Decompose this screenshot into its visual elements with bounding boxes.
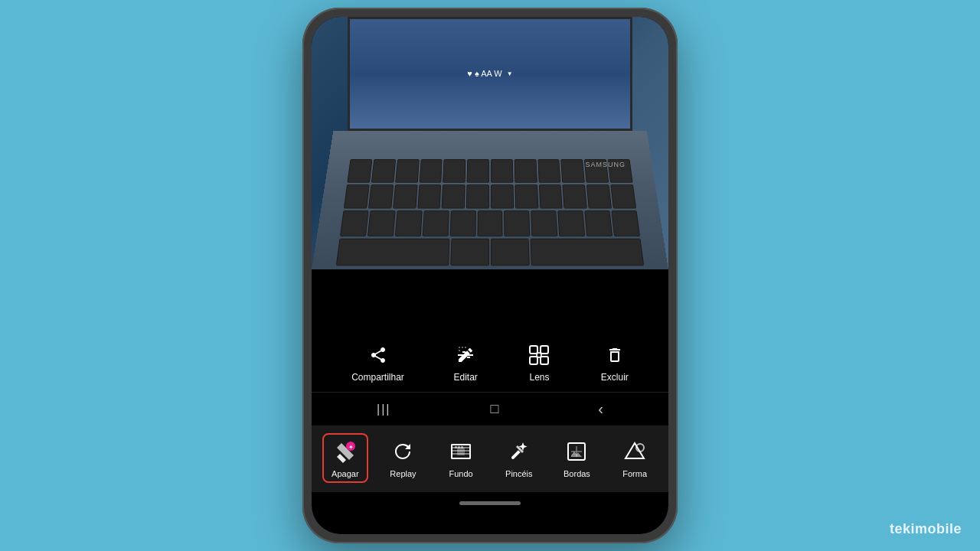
border-icon — [563, 438, 590, 465]
screen-content: ♥ ♠ AA W ▼ — [312, 17, 668, 534]
svg-rect-4 — [530, 346, 537, 354]
replay-label: Replay — [390, 469, 416, 478]
erase-icon: ✦ — [332, 438, 359, 465]
svg-rect-1 — [462, 351, 466, 353]
laptop-keyboard — [312, 130, 668, 269]
phone-screen: ♥ ♠ AA W ▼ — [312, 17, 668, 534]
svg-rect-13 — [457, 448, 465, 455]
samsung-logo: SAMSUNG — [586, 161, 626, 168]
compartilhar-label: Compartilhar — [351, 372, 404, 383]
svg-rect-0 — [458, 354, 461, 356]
nav-back[interactable]: ‹ — [598, 400, 603, 418]
svg-text:✦: ✦ — [348, 444, 353, 451]
tool-bar: ✦ Apagar Replay — [312, 425, 668, 492]
action-excluir[interactable]: Excluir — [601, 343, 629, 383]
background-icon — [447, 438, 475, 465]
nav-home[interactable]: □ — [490, 401, 498, 417]
brush-icon — [505, 438, 533, 465]
shape-icon — [621, 438, 648, 465]
tool-replay[interactable]: Replay — [380, 433, 426, 483]
fundo-label: Fundo — [449, 469, 473, 478]
action-compartilhar[interactable]: Compartilhar — [351, 343, 404, 383]
svg-point-8 — [537, 353, 541, 357]
photo-background: ♥ ♠ AA W ▼ — [312, 17, 668, 269]
edit-icon — [453, 343, 478, 367]
action-bar: Compartilhar Editar — [312, 331, 668, 392]
excluir-label: Excluir — [601, 372, 629, 383]
laptop-screen: ♥ ♠ AA W ▼ — [348, 17, 633, 131]
photo-area: ♥ ♠ AA W ▼ — [312, 17, 668, 269]
lens-icon — [527, 343, 551, 367]
home-indicator — [459, 501, 521, 505]
tool-apagar[interactable]: ✦ Apagar — [322, 433, 368, 483]
home-bar-area — [312, 492, 668, 514]
share-icon — [366, 343, 390, 367]
game-hud: ♥ ♠ AA W ▼ — [467, 69, 512, 78]
tool-bordas[interactable]: Bordas — [554, 433, 599, 483]
action-lens[interactable]: Lens — [527, 343, 551, 383]
pinceis-label: Pincéis — [505, 469, 532, 478]
tool-forma[interactable]: Forma — [612, 433, 658, 483]
svg-rect-6 — [530, 357, 537, 364]
svg-rect-7 — [541, 357, 548, 364]
lens-label: Lens — [529, 372, 549, 383]
phone-frame: ♥ ♠ AA W ▼ — [302, 8, 678, 543]
tool-pinceis[interactable]: Pincéis — [496, 433, 542, 483]
nav-recent[interactable]: ||| — [377, 403, 390, 416]
delete-icon — [603, 343, 627, 367]
svg-rect-5 — [541, 346, 548, 354]
forma-label: Forma — [622, 469, 647, 478]
watermark: tekimobile — [890, 521, 962, 537]
black-spacer — [312, 269, 668, 331]
action-editar[interactable]: Editar — [453, 343, 478, 383]
navigation-bar: ||| □ ‹ — [312, 392, 668, 425]
svg-rect-2 — [467, 357, 470, 358]
apagar-label: Apagar — [332, 469, 358, 478]
editar-label: Editar — [453, 372, 477, 383]
tool-fundo[interactable]: Fundo — [438, 433, 484, 483]
replay-icon — [389, 438, 416, 465]
bordas-label: Bordas — [564, 469, 590, 478]
